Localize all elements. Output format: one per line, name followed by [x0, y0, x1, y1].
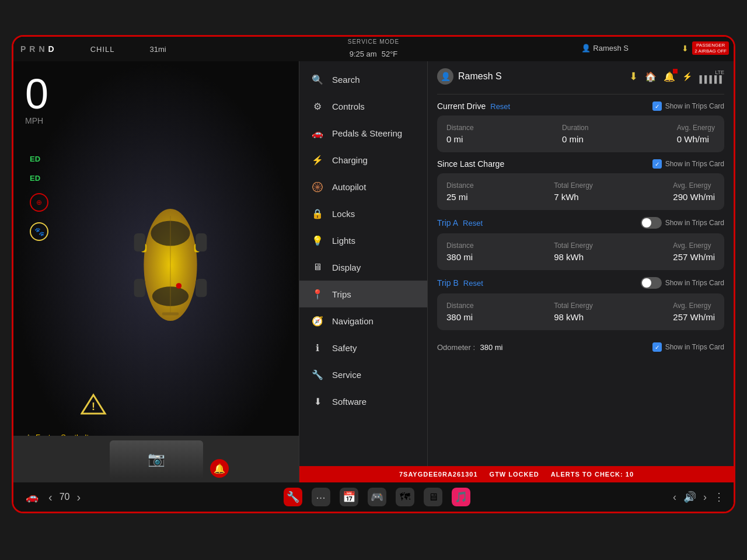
- header-icons: ⬇ 🏠 🔔 ⚡ LTE ▌▌▌▌▌: [629, 69, 724, 83]
- navigation-icon: 🧭: [311, 314, 324, 327]
- odometer-checkbox[interactable]: ✓: [652, 342, 662, 352]
- trip-a-total-energy-value: 98 kWh: [554, 252, 593, 262]
- locks-icon: 🔒: [311, 207, 324, 220]
- trip-a-show-label: Show in Trips Card: [665, 219, 724, 227]
- svg-point-10: [176, 283, 182, 289]
- since-last-charge-header: Since Last Charge ✓ Show in Trips Card: [437, 159, 724, 169]
- map-bottom-button[interactable]: 🗺: [396, 488, 414, 506]
- notification-dot: [673, 69, 678, 74]
- puzzle-bottom-button[interactable]: 🎮: [368, 488, 386, 506]
- speaker-button[interactable]: 🔊: [683, 491, 696, 503]
- trip-b-title: Trip B Reset: [437, 278, 483, 288]
- car-panel: 0 MPH ED ED ⊕ 🐾: [13, 61, 299, 482]
- current-drive-duration: Duration 0 min: [562, 124, 588, 144]
- trip-b-toggle-knob: [642, 278, 651, 288]
- download-icon: ⬇: [682, 44, 689, 53]
- nav-forward-button[interactable]: ›: [76, 491, 81, 504]
- dots-bottom-button[interactable]: ···: [312, 488, 330, 506]
- odometer-show-trips: ✓ Show in Trips Card: [652, 342, 724, 352]
- slc-distance-label: Distance: [446, 181, 474, 190]
- menu-charging-label: Charging: [332, 155, 368, 165]
- odometer-info: Odometer : 380 mi: [437, 342, 503, 352]
- menu-item-trips[interactable]: 📍 Trips: [299, 281, 427, 307]
- svg-rect-8: [196, 279, 207, 297]
- download-header-icon[interactable]: ⬇: [629, 70, 638, 83]
- trip-b-reset-button[interactable]: Reset: [463, 279, 483, 288]
- menu-item-navigation[interactable]: 🧭 Navigation: [299, 307, 427, 334]
- music-bottom-button[interactable]: 🎵: [452, 488, 470, 506]
- current-drive-title: Current Drive Reset: [437, 102, 510, 111]
- car-bottom-icon[interactable]: 🚗: [23, 488, 41, 506]
- current-drive-avg-energy-value: 0 Wh/mi: [677, 134, 715, 144]
- calendar-bottom-button[interactable]: 📅: [340, 488, 358, 506]
- menu-pedals-label: Pedals & Steering: [332, 128, 402, 138]
- media-back-button[interactable]: ‹: [673, 491, 676, 503]
- media-forward-button[interactable]: ›: [703, 491, 707, 503]
- camera-view: 📷 🔔: [13, 436, 299, 482]
- menu-search-label: Search: [332, 75, 360, 85]
- trip-a-section: Trip A Reset Show in Trips Card Distance…: [437, 217, 724, 270]
- current-drive-reset-button[interactable]: Reset: [490, 102, 510, 111]
- bell-header-icon[interactable]: 🔔: [664, 71, 675, 82]
- bottom-right-controls: ‹ 🔊 › ⋮: [673, 491, 724, 503]
- since-last-charge-total-energy: Total Energy 7 kWh: [554, 181, 593, 202]
- menu-item-software[interactable]: ⬇ Software: [299, 388, 427, 415]
- home-icon[interactable]: 🏠: [645, 71, 657, 82]
- menu-item-service[interactable]: 🔧 Service: [299, 361, 427, 388]
- trip-a-reset-button[interactable]: Reset: [463, 219, 483, 228]
- main-content: 0 MPH ED ED ⊕ 🐾: [13, 61, 734, 482]
- trip-a-avg-energy-value: 257 Wh/mi: [673, 252, 715, 262]
- menu-item-display[interactable]: 🖥 Display: [299, 254, 427, 281]
- menu-item-search[interactable]: 🔍 Search: [299, 66, 427, 93]
- menu-item-charging[interactable]: ⚡ Charging: [299, 146, 427, 173]
- menu-trips-label: Trips: [332, 289, 351, 299]
- display-icon: 🖥: [311, 261, 324, 274]
- menu-item-controls[interactable]: ⚙ Controls: [299, 93, 427, 120]
- wrench-bottom-button[interactable]: 🔧: [284, 488, 302, 506]
- search-icon: 🔍: [311, 73, 324, 86]
- trip-b-total-energy-value: 98 kWh: [554, 312, 593, 322]
- notification-bell-button[interactable]: 🔔: [210, 459, 229, 478]
- menu-item-locks[interactable]: 🔒 Locks: [299, 200, 427, 227]
- gear-d: D: [48, 44, 55, 54]
- since-last-charge-section: Since Last Charge ✓ Show in Trips Card D…: [437, 159, 724, 210]
- overflow-button[interactable]: ⋮: [714, 491, 724, 503]
- trip-b-avg-energy: Avg. Energy 257 Wh/mi: [673, 302, 715, 322]
- lte-label: LTE: [715, 69, 724, 75]
- service-icon: 🔧: [311, 368, 324, 381]
- trip-a-stats: Distance 380 mi Total Energy 98 kWh Avg.…: [437, 233, 724, 270]
- trip-b-avg-energy-label: Avg. Energy: [673, 302, 715, 310]
- time-display: 9:25 am: [350, 50, 377, 58]
- trip-b-distance-label: Distance: [446, 302, 474, 310]
- current-drive-header: Current Drive Reset ✓ Show in Trips Card: [437, 102, 724, 111]
- gear-r: R: [29, 44, 36, 54]
- current-drive-checkbox[interactable]: ✓: [652, 102, 662, 111]
- screen-bottom-button[interactable]: 🖥: [424, 488, 442, 506]
- trip-b-toggle[interactable]: [641, 277, 662, 289]
- menu-item-autopilot[interactable]: 🛞 Autopilot: [299, 173, 427, 200]
- trip-a-toggle[interactable]: [641, 217, 662, 229]
- menu-safety-label: Safety: [332, 343, 357, 353]
- slc-distance-value: 25 mi: [446, 192, 474, 202]
- pedals-icon: 🚗: [311, 127, 324, 139]
- since-last-charge-checkbox[interactable]: ✓: [652, 159, 662, 169]
- menu-display-label: Display: [332, 262, 361, 272]
- user-name: Ramesh S: [593, 44, 629, 52]
- since-last-charge-title: Since Last Charge: [437, 159, 504, 169]
- nav-back-button[interactable]: ‹: [48, 491, 53, 504]
- svg-rect-11: [162, 313, 179, 316]
- menu-item-safety[interactable]: ℹ Safety: [299, 334, 427, 361]
- bottom-center-controls: 🔧 ··· 📅 🎮 🗺 🖥 🎵: [284, 488, 470, 506]
- tire-warning-icon: ⊕: [30, 193, 48, 212]
- gtw-status: GTW LOCKED: [490, 471, 539, 478]
- bluetooth-header-icon[interactable]: ⚡: [682, 72, 692, 81]
- menu-controls-label: Controls: [332, 102, 365, 111]
- gear-indicator: P R N D: [20, 44, 55, 54]
- menu-item-pedals[interactable]: 🚗 Pedals & Steering: [299, 120, 427, 146]
- current-drive-distance-label: Distance: [446, 124, 474, 132]
- trip-b-distance-value: 380 mi: [446, 312, 474, 322]
- menu-lights-label: Lights: [332, 236, 355, 246]
- menu-panel: 🔍 Search ⚙ Controls 🚗 Pedals & Steering …: [299, 61, 428, 482]
- current-drive-distance-value: 0 mi: [446, 134, 474, 144]
- menu-item-lights[interactable]: 💡 Lights: [299, 227, 427, 254]
